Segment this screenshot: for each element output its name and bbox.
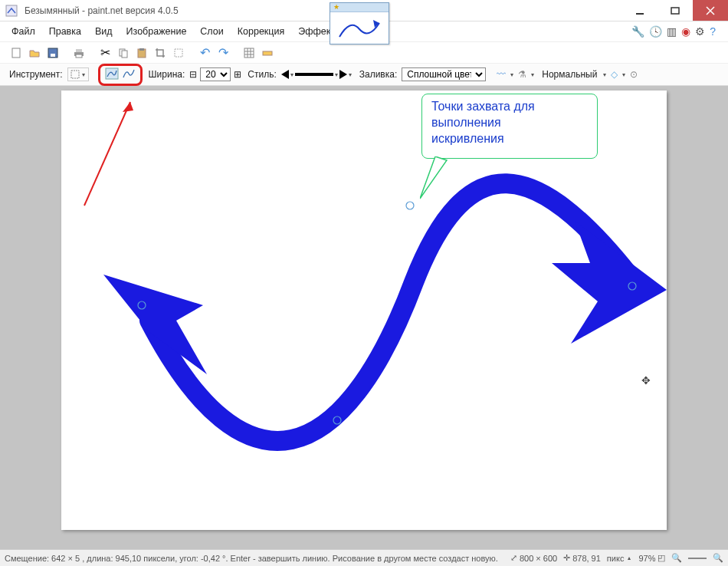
annotation-callout: Точки захвата для выполнения искривления	[421, 94, 598, 159]
save-icon[interactable]	[44, 44, 61, 61]
layers-window-icon[interactable]: ▥	[667, 25, 677, 38]
svg-rect-15	[175, 49, 182, 57]
zoom-slider[interactable]	[688, 553, 707, 564]
maximize-button[interactable]	[657, 0, 693, 21]
svg-marker-27	[123, 102, 133, 112]
svg-rect-2	[671, 8, 679, 14]
resize-icon: ⤢	[510, 553, 517, 563]
tool-label: Инструмент:	[9, 69, 63, 80]
grid-icon[interactable]	[241, 44, 257, 61]
line-style-preview[interactable]: ▾ ▾ ▾	[281, 70, 353, 79]
thumb-star-icon: ★	[333, 3, 339, 12]
minimize-button[interactable]	[622, 0, 657, 21]
blend-mode-label[interactable]: Нормальный	[542, 69, 597, 80]
colors-window-icon[interactable]: ◉	[681, 25, 690, 38]
svg-rect-7	[51, 54, 55, 57]
end-cap-arrow-icon	[339, 70, 347, 79]
svg-rect-21	[263, 51, 272, 55]
width-increase-icon[interactable]: ⊞	[234, 69, 241, 80]
paste-icon[interactable]	[133, 44, 150, 61]
status-units[interactable]: пикс▴	[607, 554, 633, 563]
app-icon	[5, 4, 18, 18]
svg-rect-16	[244, 48, 254, 58]
history-window-icon[interactable]: 🕓	[649, 25, 662, 38]
width-label: Ширина:	[149, 69, 185, 80]
style-label: Стиль:	[248, 69, 276, 80]
close-button[interactable]	[693, 0, 728, 21]
svg-rect-10	[76, 54, 82, 58]
callout-line: Точки захвата для	[431, 99, 588, 115]
line-curve-tool-highlight	[98, 64, 143, 86]
overwrite-icon[interactable]: ⊙	[630, 69, 638, 80]
cursor-icon: ✛	[563, 553, 570, 563]
fill-label: Заливка:	[359, 69, 398, 80]
menu-adjustments[interactable]: Коррекция	[231, 24, 291, 39]
undo-icon[interactable]: ↶	[196, 44, 213, 61]
menu-layers[interactable]: Слои	[193, 24, 230, 39]
new-icon[interactable]	[8, 44, 25, 61]
callout-tail-icon	[420, 156, 458, 210]
blend-beaker-icon[interactable]: ⚗	[518, 69, 526, 80]
menu-image[interactable]: Изображение	[120, 24, 194, 39]
width-select[interactable]: 20	[200, 67, 231, 81]
window-title: Безымянный - paint.net версия 4.0.5	[23, 5, 179, 16]
svg-marker-24	[103, 275, 207, 374]
svg-rect-0	[6, 5, 17, 16]
status-zoom[interactable]: 97% ◰	[638, 553, 665, 563]
svg-rect-8	[76, 49, 82, 52]
help-icon[interactable]: ?	[710, 25, 716, 38]
tool-selector[interactable]: ▾	[67, 67, 89, 81]
thumb-preview-icon	[335, 14, 384, 43]
svg-rect-14	[139, 48, 144, 51]
print-icon[interactable]	[71, 44, 87, 61]
zoom-window-icon[interactable]: ◰	[657, 553, 665, 563]
cut-icon[interactable]: ✂	[97, 44, 113, 61]
zoom-out-icon[interactable]: 🔍	[671, 553, 682, 563]
tool-options-toolbar: Инструмент: ▾ Ширина: ⊟ 20 ⊞ Стиль: ▾ ▾ …	[0, 63, 728, 86]
start-cap-arrow-icon	[281, 70, 289, 79]
callout-line: искривления	[431, 131, 588, 147]
zoom-in-icon[interactable]: 🔍	[713, 553, 723, 563]
selection-mode-icon[interactable]: ◇	[611, 69, 618, 80]
deselect-icon[interactable]	[170, 44, 187, 61]
svg-rect-22	[106, 68, 118, 79]
svg-rect-12	[122, 51, 127, 58]
menu-file[interactable]: Файл	[5, 24, 42, 39]
crop-icon[interactable]	[152, 44, 169, 61]
menu-view[interactable]: Вид	[88, 24, 120, 39]
status-offset-text: Смещение: 642 × 5 , длина: 945,10 пиксел…	[5, 554, 498, 563]
status-cursor-pos: ✛ 878, 91	[563, 553, 601, 563]
status-canvas-size: ⤢ 800 × 600	[510, 553, 557, 563]
copy-icon[interactable]	[115, 44, 132, 61]
callout-line: выполнения	[431, 115, 588, 131]
fill-select[interactable]: Сплошной цвет	[402, 67, 486, 81]
tools-window-icon[interactable]: 🔧	[631, 25, 644, 38]
open-icon[interactable]	[26, 44, 43, 61]
svg-rect-5	[12, 48, 20, 58]
workspace: ✥	[0, 86, 728, 549]
svg-line-26	[84, 102, 130, 206]
main-toolbar: ✂ ↶ ↷	[0, 41, 728, 63]
move-handle-icon[interactable]: ✥	[641, 374, 651, 387]
curve-type-bezier-icon[interactable]	[122, 67, 136, 82]
menu-edit[interactable]: Правка	[42, 24, 88, 39]
ruler-icon[interactable]	[259, 44, 276, 61]
redo-icon[interactable]: ↷	[215, 44, 231, 61]
image-list-panel[interactable]: ★	[330, 2, 389, 44]
line-body-icon	[295, 73, 333, 76]
status-bar: Смещение: 642 × 5 , длина: 945,10 пиксел…	[0, 549, 728, 566]
settings-icon[interactable]: ⚙	[695, 25, 705, 38]
curve-type-spline-icon[interactable]	[105, 67, 119, 82]
width-decrease-icon[interactable]: ⊟	[189, 69, 197, 80]
antialias-icon[interactable]: 〰	[497, 69, 506, 80]
